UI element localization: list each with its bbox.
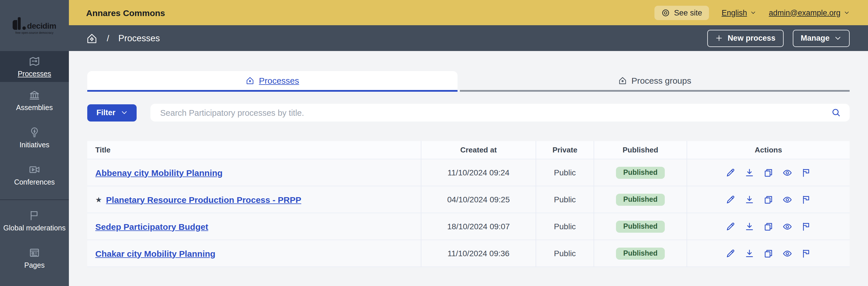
chevron-down-icon [750, 10, 756, 15]
sidebar-item-assemblies[interactable]: Assemblies [0, 82, 69, 119]
decidim-logo-text: decidim [27, 22, 56, 30]
actions-cell [687, 159, 849, 186]
bank-icon [29, 90, 40, 101]
sidebar-divider [0, 200, 69, 200]
preview-action-icon[interactable] [782, 194, 792, 204]
tab-bar: Processes Process groups [87, 71, 849, 92]
download-action-icon[interactable] [745, 194, 754, 204]
private-cell: Public [536, 213, 594, 240]
published-badge: Published [616, 193, 665, 206]
duplicate-action-icon[interactable] [764, 248, 773, 258]
decidim-logo: decidim free open-source democracy [0, 0, 69, 51]
sidebar-item-global-moderations[interactable]: Global moderations [0, 202, 69, 240]
filter-toolbar: Filter [87, 104, 849, 121]
user-menu[interactable]: admin@example.org [769, 8, 849, 17]
main-content: Processes Process groups Filter [69, 51, 868, 286]
flag-icon [29, 210, 40, 221]
chevron-down-icon [844, 10, 849, 15]
actions-cell [687, 240, 849, 266]
column-header-actions: Actions [687, 141, 849, 159]
manage-label: Manage [801, 34, 830, 42]
organization-name: Annares Commons [86, 8, 165, 17]
lightbulb-icon [29, 127, 40, 138]
private-cell: Public [536, 186, 594, 213]
home-icon [618, 76, 627, 85]
duplicate-action-icon[interactable] [764, 168, 773, 177]
flag-action-icon[interactable] [801, 194, 811, 204]
created-at-cell: 18/10/2024 09:07 [421, 213, 536, 240]
tab-label: Processes [259, 76, 299, 85]
breadcrumb-separator: / [107, 33, 109, 43]
published-badge: Published [616, 167, 665, 179]
search-icon[interactable] [831, 108, 841, 117]
process-title-link[interactable]: Sedep Participatory Budget [95, 221, 208, 231]
see-site-label: See site [674, 8, 702, 17]
column-header-title: Title [87, 141, 421, 159]
preview-action-icon[interactable] [782, 168, 792, 177]
sidebar-item-label: Conferences [14, 178, 55, 186]
decidim-logo-mark-icon [12, 17, 26, 30]
home-icon[interactable] [86, 32, 98, 44]
download-action-icon[interactable] [745, 221, 754, 231]
sidebar-item-label: Global moderations [3, 224, 66, 232]
created-at-cell: 11/10/2024 09:36 [421, 240, 536, 266]
see-site-button[interactable]: See site [654, 5, 709, 20]
column-header-published: Published [594, 141, 687, 159]
new-process-button[interactable]: New process [708, 30, 784, 47]
flag-action-icon[interactable] [801, 248, 811, 258]
sidebar-item-label: Pages [24, 261, 45, 270]
tab-processes[interactable]: Processes [87, 71, 458, 92]
flag-action-icon[interactable] [801, 221, 811, 231]
edit-action-icon[interactable] [725, 221, 735, 231]
breadcrumb: / Processes [86, 32, 160, 44]
private-cell: Public [536, 159, 594, 186]
breadcrumb-current: Processes [118, 33, 160, 43]
search-input[interactable] [150, 108, 849, 117]
preview-action-icon[interactable] [782, 248, 792, 258]
flag-action-icon[interactable] [801, 168, 811, 177]
pages-icon [29, 247, 40, 258]
download-action-icon[interactable] [745, 168, 754, 177]
sidebar-item-processes[interactable]: Processes [0, 51, 69, 82]
tab-process-groups[interactable]: Process groups [460, 71, 849, 92]
column-header-private: Private [536, 141, 594, 159]
new-process-label: New process [727, 34, 776, 42]
process-title-link[interactable]: Chakar city Mobility Planning [95, 248, 215, 258]
column-header-created-at: Created at [421, 141, 536, 159]
duplicate-action-icon[interactable] [764, 194, 773, 204]
sidebar-item-conferences[interactable]: Conferences [0, 156, 69, 194]
plus-icon [716, 34, 723, 42]
sidebar-item-initiatives[interactable]: Initiatives [0, 119, 69, 156]
processes-table: Title Created at Private Published Actio… [87, 141, 849, 267]
edit-action-icon[interactable] [725, 248, 735, 258]
edit-action-icon[interactable] [725, 194, 735, 204]
actions-cell [687, 213, 849, 240]
filter-button[interactable]: Filter [87, 104, 136, 121]
edit-action-icon[interactable] [725, 168, 735, 177]
breadcrumb-bar: / Processes New process Manage [69, 25, 868, 51]
tab-label: Process groups [631, 76, 691, 85]
process-title-link[interactable]: Planetary Resource Production Process - … [106, 194, 301, 204]
sidebar-item-label: Assemblies [16, 104, 53, 112]
topbar: Annares Commons See site English admin@e… [69, 0, 868, 25]
manage-button[interactable]: Manage [793, 30, 849, 47]
sidebar-item-pages[interactable]: Pages [0, 240, 69, 277]
target-icon [661, 8, 670, 17]
process-title-link[interactable]: Abbenay city Mobility Planning [95, 168, 222, 177]
duplicate-action-icon[interactable] [764, 221, 773, 231]
home-icon [246, 76, 254, 85]
published-badge: Published [616, 220, 665, 233]
chevron-down-icon [121, 109, 127, 116]
sidebar-item-label: Processes [18, 70, 51, 78]
video-camera-icon [29, 164, 40, 175]
language-selector[interactable]: English [722, 8, 756, 17]
star-icon: ★ [95, 196, 102, 203]
created-at-cell: 11/10/2024 09:24 [421, 159, 536, 186]
private-cell: Public [536, 240, 594, 266]
chevron-down-icon [834, 34, 842, 42]
user-email: admin@example.org [769, 8, 840, 17]
download-action-icon[interactable] [745, 248, 754, 258]
actions-cell [687, 186, 849, 213]
preview-action-icon[interactable] [782, 221, 792, 231]
filter-label: Filter [96, 108, 115, 117]
